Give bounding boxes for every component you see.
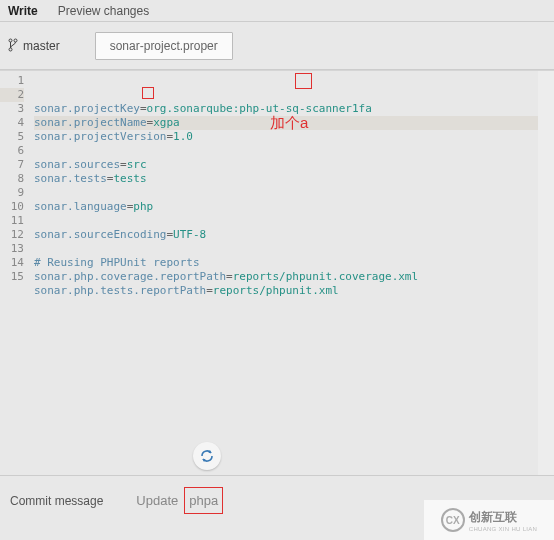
svg-point-1: [14, 39, 17, 42]
line-number: 6: [0, 144, 24, 158]
line-number: 14: [0, 256, 24, 270]
line-number-gutter: 123456789101112131415: [0, 71, 30, 475]
code-line[interactable]: # Reusing PHPUnit reports: [34, 256, 550, 270]
vertical-scrollbar[interactable]: [538, 71, 554, 475]
code-line[interactable]: sonar.tests=tests: [34, 172, 550, 186]
line-number: 3: [0, 102, 24, 116]
annotation-box-2: [142, 87, 154, 99]
line-number: 15: [0, 270, 24, 284]
editor-top-tabs: Write Preview changes: [0, 0, 554, 22]
branch-name: master: [23, 39, 60, 53]
git-branch-icon: [8, 38, 18, 54]
code-line[interactable]: [34, 242, 550, 256]
code-area[interactable]: sonar.projectKey=org.sonarqube:php-ut-sq…: [30, 71, 554, 475]
branch-file-row: master sonar-project.proper: [0, 22, 554, 70]
code-line[interactable]: [34, 144, 550, 158]
svg-point-2: [9, 48, 12, 51]
code-line[interactable]: sonar.php.tests.reportPath=reports/phpun…: [34, 284, 550, 298]
line-number: 2: [0, 88, 24, 102]
watermark-sub: CHUANG XIN HU LIAN: [469, 526, 537, 532]
commit-highlight-box: phpa: [184, 487, 223, 514]
line-number: 4: [0, 116, 24, 130]
refresh-icon[interactable]: [193, 442, 221, 470]
code-line[interactable]: [34, 186, 550, 200]
tab-write[interactable]: Write: [8, 2, 38, 20]
line-number: 9: [0, 186, 24, 200]
line-number: 12: [0, 228, 24, 242]
code-line[interactable]: sonar.sourceEncoding=UTF-8: [34, 228, 550, 242]
filename-input[interactable]: sonar-project.proper: [95, 32, 233, 60]
commit-message-input[interactable]: phpa: [133, 486, 224, 515]
line-number: 1: [0, 74, 24, 88]
line-number: 13: [0, 242, 24, 256]
svg-point-0: [9, 39, 12, 42]
branch-selector[interactable]: master: [8, 38, 60, 54]
line-number: 10: [0, 200, 24, 214]
code-line[interactable]: sonar.projectVersion=1.0: [34, 130, 550, 144]
tab-preview-changes[interactable]: Preview changes: [58, 2, 149, 20]
line-number: 7: [0, 158, 24, 172]
code-line[interactable]: sonar.sources=src: [34, 158, 550, 172]
code-line[interactable]: sonar.language=php: [34, 200, 550, 214]
annotation-box-1: [295, 73, 312, 89]
watermark-brand: 创新互联: [469, 509, 537, 526]
code-line[interactable]: [34, 214, 550, 228]
line-number: 11: [0, 214, 24, 228]
code-line[interactable]: sonar.php.coverage.reportPath=reports/ph…: [34, 270, 550, 284]
watermark-logo-icon: CX: [441, 508, 465, 532]
line-number: 5: [0, 130, 24, 144]
code-editor[interactable]: 123456789101112131415 sonar.projectKey=o…: [0, 70, 554, 475]
code-line[interactable]: [34, 298, 550, 312]
watermark: CX 创新互联 CHUANG XIN HU LIAN: [424, 500, 554, 540]
line-number: 8: [0, 172, 24, 186]
commit-message-label: Commit message: [10, 494, 103, 508]
annotation-text: 加个a: [270, 116, 308, 130]
commit-prefix-text[interactable]: [134, 491, 184, 510]
